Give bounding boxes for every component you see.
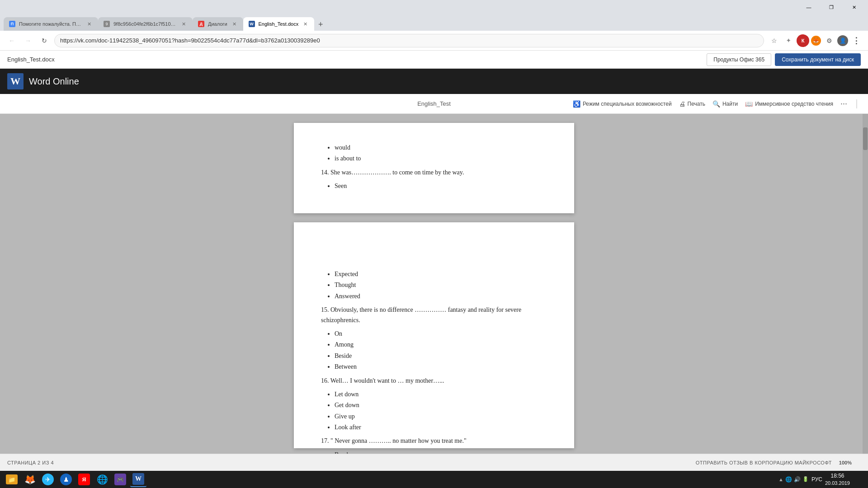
search-icon: 🔍 <box>712 100 720 108</box>
tab-2-close[interactable]: ✕ <box>180 20 187 28</box>
accessibility-button[interactable]: ♿ Режим специальных возможностей <box>573 100 672 108</box>
url-input[interactable] <box>54 34 764 47</box>
bookmark-star-icon[interactable]: ☆ <box>768 34 780 47</box>
browser-actions: ☆ ✦ К 🦊 ⚙ 👤 ⋮ <box>768 34 863 47</box>
list-item: Answered <box>335 291 547 301</box>
accessibility-label: Режим специальных возможностей <box>583 101 672 107</box>
tab-1-favicon: П <box>9 21 15 27</box>
immersive-label: Иммерсивное средство чтения <box>755 101 833 107</box>
menu-button[interactable]: ⋮ <box>850 34 863 47</box>
tab-1[interactable]: П Помогите пожалуйста. Приме... ✕ <box>4 17 98 31</box>
list-item: Thought <box>335 280 547 290</box>
list-item: Look after <box>335 422 547 432</box>
page1-bullets-top: would is about to <box>335 143 547 164</box>
question-17-bullets: Break up Give up Look upon Pull out <box>335 450 547 454</box>
save-to-disk-button[interactable]: Сохранить документ на диск <box>775 53 861 66</box>
list-item: Seen <box>335 181 547 191</box>
status-bar: СТРАНИЦА 2 ИЗ 4 ОТПРАВИТЬ ОТЗЫВ В КОРПОР… <box>0 454 868 471</box>
word-online-title: Word Online <box>29 76 79 87</box>
taskbar-chrome[interactable]: 🌐 <box>94 472 110 487</box>
main-area[interactable]: would is about to 14. She was………………. to … <box>0 114 868 454</box>
telegram-icon: ✈ <box>42 474 54 485</box>
list-item: Between <box>335 362 547 372</box>
minimize-button[interactable]: — <box>798 0 819 14</box>
reload-button[interactable]: ↻ <box>38 34 51 47</box>
extension-icon-2[interactable]: К <box>797 34 809 47</box>
tab-4-close[interactable]: ✕ <box>302 20 309 28</box>
taskbar-files[interactable]: 📁 <box>4 472 20 487</box>
doc-page-2: Expected Thought Answered 15. Obviously,… <box>294 222 574 448</box>
print-button[interactable]: 🖨 Печать <box>679 100 705 108</box>
taskbar-steam[interactable]: ♟ <box>58 472 74 487</box>
new-tab-button[interactable]: + <box>314 18 327 31</box>
volume-icon[interactable]: 🔊 <box>794 476 801 483</box>
tab-4-label: English_Test.docx <box>259 21 299 27</box>
tab-1-close[interactable]: ✕ <box>86 20 93 28</box>
page-info: СТРАНИЦА 2 ИЗ 4 <box>7 460 54 465</box>
toolbar-actions: ♿ Режим специальных возможностей 🖨 Печат… <box>573 99 859 108</box>
print-icon: 🖨 <box>679 100 685 108</box>
tab-2[interactable]: 9 9f8c956c04fe2f6b1c7f510f481f8... ✕ <box>98 17 193 31</box>
close-button[interactable]: ✕ <box>844 0 864 14</box>
zoom-level: 100% <box>839 460 852 465</box>
system-tray: ▲ 🌐 🔊 🔋 <box>778 476 809 483</box>
show-desktop-button[interactable] <box>853 474 864 485</box>
forward-button[interactable]: → <box>22 34 34 47</box>
twitch-icon: 🎮 <box>114 474 126 485</box>
word-header: W Word Online <box>0 69 868 94</box>
window-controls: — ❐ ✕ <box>798 0 864 14</box>
taskbar-right: ▲ 🌐 🔊 🔋 РУС 18:56 20.03.2019 <box>778 473 864 486</box>
list-item: is about to <box>335 154 547 164</box>
taskbar-twitch[interactable]: 🎮 <box>112 472 128 487</box>
extension-icon-4[interactable]: ⚙ <box>823 34 835 47</box>
tray-arrow[interactable]: ▲ <box>778 477 783 482</box>
find-label: Найти <box>722 101 738 107</box>
network-icon: 🌐 <box>785 476 792 483</box>
office-bar-right: Продукты Офис 365 Сохранить документ на … <box>707 53 861 66</box>
scrollbar-thumb[interactable] <box>863 127 868 150</box>
back-button[interactable]: ← <box>5 34 18 47</box>
word-logo: W <box>7 73 24 89</box>
print-label: Печать <box>688 101 705 107</box>
tabs-bar: П Помогите пожалуйста. Приме... ✕ 9 9f8c… <box>0 14 868 31</box>
accessibility-icon: ♿ <box>573 100 580 108</box>
page-top-margin <box>321 240 547 267</box>
profile-icon[interactable]: 👤 <box>837 35 848 46</box>
list-item: Among <box>335 340 547 350</box>
products-button[interactable]: Продукты Офис 365 <box>707 53 771 66</box>
tab-3[interactable]: Д Диалоги ✕ <box>193 17 243 31</box>
tab-3-close[interactable]: ✕ <box>231 20 238 28</box>
tab-4[interactable]: W English_Test.docx ✕ <box>243 17 315 31</box>
more-options-button[interactable]: ··· <box>840 99 847 108</box>
list-item: On <box>335 329 547 339</box>
restore-button[interactable]: ❐ <box>821 0 842 14</box>
extension-icon-3[interactable]: 🦊 <box>811 36 821 46</box>
doc-filename: English_Test.docx <box>7 56 55 63</box>
doc-toolbar: English_Test ♿ Режим специальных возможн… <box>0 94 868 114</box>
toolbar-divider <box>856 99 859 108</box>
question-14-bullets: Seen <box>335 181 547 191</box>
word-taskbar-icon: W <box>132 473 144 485</box>
taskbar-browser[interactable]: 🦊 <box>22 472 38 487</box>
find-button[interactable]: 🔍 Найти <box>712 100 738 108</box>
list-item: Beside <box>335 351 547 361</box>
question-16-bullets: Let down Get down Give up Look after <box>335 389 547 433</box>
language-indicator[interactable]: РУС <box>811 476 822 483</box>
steam-icon: ♟ <box>60 474 72 485</box>
immersive-reader-button[interactable]: 📖 Иммерсивное средство чтения <box>745 100 833 108</box>
address-bar: ← → ↻ ☆ ✦ К 🦊 ⚙ 👤 ⋮ <box>0 31 868 51</box>
list-item: Give up <box>335 412 547 422</box>
list-item: Break up <box>335 450 547 454</box>
tab-2-favicon: 9 <box>104 21 110 27</box>
taskbar-telegram[interactable]: ✈ <box>40 472 56 487</box>
scrollbar[interactable] <box>863 114 868 454</box>
taskbar: 📁 🦊 ✈ ♟ Я 🌐 🎮 W ▲ 🌐 🔊 🔋 РУС 18:56 20.03.… <box>0 471 868 488</box>
clock[interactable]: 18:56 20.03.2019 <box>825 473 850 486</box>
list-item: would <box>335 143 547 153</box>
taskbar-yandex[interactable]: Я <box>76 472 92 487</box>
taskbar-word[interactable]: W <box>130 472 146 487</box>
question-14-text: 14. She was………………. to come on time by th… <box>321 168 547 178</box>
extension-icon-1[interactable]: ✦ <box>782 34 795 47</box>
feedback-link[interactable]: ОТПРАВИТЬ ОТЗЫВ В КОРПОРАЦИЮ МАЙКРОСОФТ <box>696 460 832 465</box>
clock-time: 18:56 <box>825 473 850 480</box>
